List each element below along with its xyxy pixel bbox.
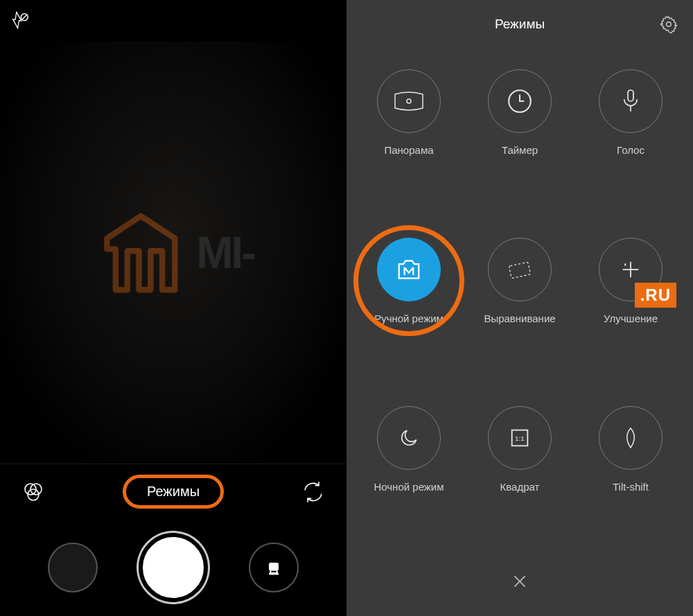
modes-button-label: Режимы (147, 484, 200, 499)
watermark-text: MI- (196, 227, 254, 279)
gallery-thumbnail[interactable] (48, 543, 98, 592)
camera-bottom-bar (0, 519, 346, 616)
settings-button[interactable] (660, 15, 678, 33)
modes-menu-screen: .RU Режимы Панорама (346, 0, 693, 616)
mode-label: Таймер (502, 144, 538, 156)
mode-label: Выравнивание (484, 313, 555, 324)
camera-viewfinder-screen: MI- Режимы (0, 0, 346, 616)
timer-icon (507, 88, 533, 114)
mode-label: Голос (617, 144, 644, 156)
manual-camera-icon (396, 258, 422, 281)
mode-straighten[interactable]: Выравнивание (484, 238, 555, 324)
svg-point-7 (667, 22, 672, 27)
mode-night[interactable]: Ночной режим (374, 406, 444, 493)
svg-rect-12 (509, 262, 530, 278)
modes-header: Режимы (346, 0, 693, 49)
mode-square[interactable]: 1:1 Квадрат (488, 406, 552, 493)
mode-label: Улучшение (604, 313, 658, 324)
mode-label: Панорама (384, 144, 433, 156)
moon-icon (398, 427, 420, 449)
close-icon (511, 572, 529, 590)
mode-timer[interactable]: Таймер (488, 69, 552, 156)
close-button[interactable] (506, 567, 534, 595)
modes-footer (346, 547, 693, 616)
svg-rect-5 (269, 563, 279, 571)
svg-line-1 (22, 15, 28, 20)
mode-label: Квадрат (500, 481, 540, 493)
video-camera-icon (264, 558, 283, 577)
square-icon: 1:1 (508, 426, 532, 450)
svg-text:1:1: 1:1 (515, 434, 525, 442)
beautify-icon (619, 258, 642, 281)
mode-label: Ручной режим (374, 313, 444, 324)
straighten-icon (506, 258, 534, 281)
svg-rect-10 (628, 90, 633, 101)
viewfinder-area[interactable]: MI- (0, 42, 346, 464)
mode-voice[interactable]: Голос (599, 69, 663, 156)
mode-tilt-shift[interactable]: Tilt-shift (599, 406, 663, 493)
mode-label: Tilt-shift (613, 481, 649, 493)
modes-title: Режимы (495, 17, 545, 32)
mode-manual[interactable]: Ручной режим (374, 238, 444, 324)
viewfinder-top-bar (0, 0, 346, 42)
mode-beautify[interactable]: Улучшение (599, 238, 663, 324)
panorama-icon (394, 91, 424, 111)
mode-panorama[interactable]: Панорама (377, 69, 441, 156)
camera-mid-bar: Режимы (0, 464, 346, 519)
microphone-icon (620, 88, 642, 114)
shutter-button[interactable] (139, 533, 208, 602)
gear-icon (660, 15, 678, 33)
watermark: MI- (92, 204, 254, 301)
ru-badge: .RU (635, 283, 676, 308)
mode-label: Ночной режим (374, 481, 444, 493)
svg-point-8 (407, 99, 411, 103)
tilt-shift-icon (621, 425, 640, 450)
svg-rect-6 (269, 573, 279, 574)
video-toggle-button[interactable] (249, 543, 299, 592)
switch-camera-icon[interactable] (302, 481, 324, 503)
filters-icon[interactable] (22, 481, 44, 503)
flash-off-icon[interactable] (10, 11, 30, 32)
modes-button[interactable]: Режимы (123, 475, 224, 509)
